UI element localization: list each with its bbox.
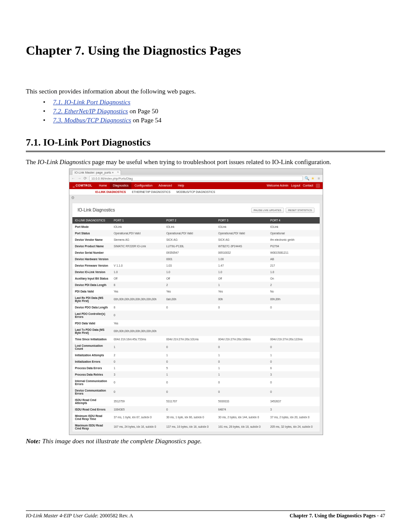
link-suffix: on Page 54 xyxy=(131,117,161,124)
note-label: Note: xyxy=(26,438,40,445)
browser-tab[interactable]: IO-Link Master: page_ports × xyxy=(72,170,121,175)
table-cell: 8 xyxy=(111,304,164,311)
link-io-link-diag[interactable]: 7.1. IO-Link Port Diagnostics xyxy=(53,99,131,106)
menu-icon[interactable]: ≡ xyxy=(317,176,321,180)
table-cell: 1 xyxy=(111,365,164,371)
table-cell: Operational xyxy=(268,230,320,236)
table-row: Time Since Initialization004d 21h:16m:45… xyxy=(72,336,320,342)
search-icon[interactable]: 🔍 xyxy=(305,176,309,180)
table-cell: 0ah,00h xyxy=(164,295,216,304)
table-cell: Device Communication Errors xyxy=(72,387,111,397)
table-cell xyxy=(164,320,216,327)
table-header-row: IO-LINK DIAGNOSTICS PORT 1 PORT 2 PORT 3… xyxy=(72,217,320,224)
table-cell: Off xyxy=(216,275,268,282)
table-cell: AB xyxy=(268,256,320,262)
nav-help[interactable]: Help xyxy=(175,182,187,189)
table-cell: 3 xyxy=(111,371,164,378)
table-cell: 30 ms, 2 bytes, idx 144, subidx 0 xyxy=(216,413,268,422)
nav-right: Welcome Admin Logout Contact xyxy=(267,184,323,188)
th: PORT 1 xyxy=(111,217,164,224)
table-row: ISDU Read Cmd Errors10843650648743 xyxy=(72,406,320,413)
table-cell: Device Firmware Version xyxy=(72,262,111,269)
link-item: 7.3. Modbus/TCP Diagnostics on Page 54 xyxy=(43,117,385,124)
subnav-iolink[interactable]: IO-LINK DIAGNOSTICS xyxy=(95,190,126,193)
table-cell: Time Since Initialization xyxy=(72,336,111,342)
table-row: PDO Data ValidYes xyxy=(72,320,320,327)
reset-statistics-button[interactable]: RESET STATISTICS xyxy=(286,208,314,213)
logout-link[interactable]: Logout xyxy=(291,184,300,187)
table-cell: 1 xyxy=(216,365,268,371)
table-cell: 1.0 xyxy=(111,269,164,275)
table-cell: WTB27C-3P2444S xyxy=(216,243,268,249)
table-cell: 1.47 xyxy=(216,262,268,269)
table-cell: IOLink xyxy=(268,224,320,230)
table-row: Last Rx PDI Data (MS Byte First)00h,00h,… xyxy=(72,295,320,304)
back-icon[interactable]: ← xyxy=(71,176,75,180)
table-cell xyxy=(111,249,164,256)
table-cell: 0 xyxy=(111,387,164,397)
table-cell: Yes xyxy=(216,288,268,295)
table-cell: 0 xyxy=(164,358,216,365)
table-cell: 00h,00h,00h,00h,00h,00h,00h,00h xyxy=(111,295,164,304)
body-emphasis: IO-Link Diagnostics xyxy=(37,159,90,165)
link-ethernetip-diag[interactable]: 7.2. EtherNet/IP Diagnostics xyxy=(53,108,128,115)
subnav-ethernetip[interactable]: ETHERNET/IP DIAGNOSTICS xyxy=(132,190,170,193)
table-cell: 0 xyxy=(111,378,164,387)
table-cell: 167 ms, 24 bytes, idx 16, subidx 0 xyxy=(111,422,164,432)
table-cell: Internal Communication Errors xyxy=(72,378,111,387)
table-row: Minimum ISDU Read Cmd Resp Time37 ms, 1 … xyxy=(72,413,320,422)
table-row: Initialization Errors0000 xyxy=(72,358,320,365)
table-cell: 3 xyxy=(268,406,320,413)
pause-updates-button[interactable]: PAUSE LIVE UPDATES xyxy=(251,208,284,213)
table-cell: 137 ms, 16 bytes, idx 16, subidx 0 xyxy=(164,422,216,432)
table-cell: ifm electronic gmbh xyxy=(268,236,320,243)
nav-advanced[interactable]: Advanced xyxy=(156,182,175,189)
table-cell: 0 xyxy=(164,406,216,413)
section-body: The IO-Link Diagnostics page may be usef… xyxy=(26,158,385,167)
table-cell: IOLink xyxy=(216,224,268,230)
table-cell xyxy=(268,311,320,320)
forward-icon[interactable]: → xyxy=(77,176,81,180)
table-cell: 1.0 xyxy=(268,269,320,275)
table-cell: Operational,PDI Valid xyxy=(164,230,216,236)
table-cell: ISDU Read Cmd Attempts xyxy=(72,397,111,406)
table-cell: SIMATIC RF220R IO-Link xyxy=(111,243,164,249)
url-field[interactable]: 10.0.0.98/index.php/Ports/Diag xyxy=(89,176,303,181)
table-cell xyxy=(164,327,216,336)
table-row: Device Vendor NameSiemens AGSICK AGSICK … xyxy=(72,236,320,243)
table-row: Last PDO Controller(s) Errors0 xyxy=(72,311,320,320)
table-cell: Process Data Errors xyxy=(72,365,111,371)
th: IO-LINK DIAGNOSTICS xyxy=(72,217,111,224)
table-cell: 1 xyxy=(216,282,268,288)
nav-configuration[interactable]: Configuration xyxy=(131,182,156,189)
nav-home[interactable]: Home xyxy=(96,182,110,189)
table-cell: SICK AG xyxy=(164,236,216,243)
table-cell: 5939333 xyxy=(216,397,268,406)
nav-diagnostics[interactable]: Diagnostics xyxy=(110,182,131,189)
table-cell: 1 xyxy=(111,342,164,352)
table-cell: Operational,PDI Valid xyxy=(111,230,164,236)
contact-link[interactable]: Contact xyxy=(303,184,313,187)
table-cell: 0 xyxy=(216,358,268,365)
gear-icon[interactable]: ⚙ xyxy=(71,196,75,200)
table-cell: On xyxy=(268,275,320,282)
table-cell: Off xyxy=(164,275,216,282)
table-cell: 3452637 xyxy=(268,397,320,406)
star-icon[interactable]: ★ xyxy=(311,176,315,180)
table-cell: 06510032 xyxy=(216,249,268,256)
diagnostics-panel: IO-Link Diagnostics PAUSE LIVE UPDATES R… xyxy=(72,203,320,432)
footer-title: IO-Link Master 4-EIP User Guide xyxy=(26,513,97,519)
table-cell: 64874 xyxy=(216,406,268,413)
subnav-modbus[interactable]: MODBUS/TCP DIAGNOSTICS xyxy=(177,190,215,193)
link-modbustcp-diag[interactable]: 7.3. Modbus/TCP Diagnostics xyxy=(53,117,131,124)
flag-icon[interactable] xyxy=(316,184,320,188)
section-rule xyxy=(26,151,385,152)
top-nav: COMTROL Home Diagnostics Configuration A… xyxy=(69,182,323,189)
table-cell: Yes xyxy=(111,320,164,327)
table-cell: 0 xyxy=(268,387,320,397)
table-cell: 1 xyxy=(216,352,268,358)
reload-icon[interactable]: ⟳ xyxy=(83,176,87,180)
table-cell: 2 xyxy=(268,282,320,288)
body-part: The xyxy=(26,159,37,165)
table-cell: Last Rx PDI Data (MS Byte First) xyxy=(72,295,111,304)
